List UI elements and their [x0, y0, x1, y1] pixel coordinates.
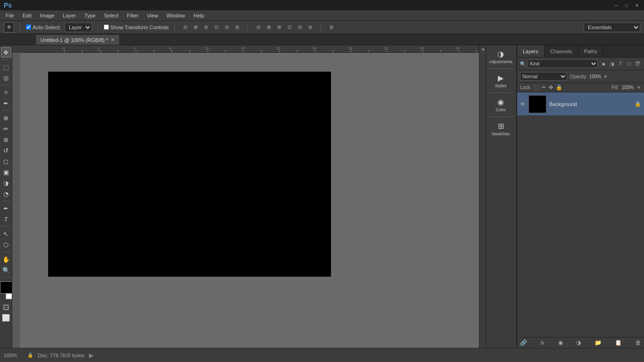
color-boxes[interactable]	[0, 281, 12, 299]
move-tool-btn[interactable]: ✥	[1, 47, 11, 58]
zoom-lock-icon: 🔒	[27, 353, 33, 358]
doc-tab-close[interactable]: ✕	[111, 37, 115, 42]
lock-all-icon[interactable]: 🔒	[556, 84, 562, 90]
layer-delete-icon[interactable]: 🗑	[636, 339, 641, 346]
menu-layer[interactable]: Layer	[59, 12, 80, 19]
canvas[interactable]	[48, 72, 331, 277]
color-panel-btn[interactable]: ◉ Color	[487, 95, 514, 114]
styles-panel-btn[interactable]: ▶ Styles	[487, 71, 514, 90]
pen-btn[interactable]: ✒	[1, 203, 11, 214]
layer-link-icon[interactable]: 🔗	[520, 339, 527, 346]
quick-mask-icon[interactable]: ⊡	[3, 303, 9, 312]
menu-select[interactable]: Select	[100, 12, 123, 19]
type-btn[interactable]: T	[1, 214, 11, 224]
rectangular-marquee-btn[interactable]: ⬚	[1, 62, 11, 72]
filter-smart-icon[interactable]: 🎬	[634, 60, 641, 67]
opacity-dropdown-icon[interactable]: ▼	[603, 74, 608, 79]
tab-paths[interactable]: Paths	[578, 45, 603, 57]
status-arrow-icon[interactable]: ▶	[89, 352, 93, 359]
gradient-btn[interactable]: ▣	[1, 167, 11, 177]
layer-new-icon[interactable]: 📋	[615, 339, 622, 346]
menu-filter[interactable]: Filter	[123, 12, 142, 19]
lock-position-icon[interactable]: ✥	[549, 84, 553, 90]
menu-image[interactable]: Image	[36, 12, 58, 19]
dist-left-icon[interactable]: ⊟	[254, 23, 263, 32]
layer-mask-icon[interactable]: ◉	[558, 339, 563, 346]
auto-select-type-select[interactable]: Layer	[65, 23, 92, 32]
hand-btn[interactable]: ✋	[1, 254, 11, 264]
move-tool-options[interactable]: ✥	[4, 22, 14, 33]
filter-pixel-icon[interactable]: ■	[600, 60, 607, 67]
arrange-icon[interactable]: ⊞	[327, 23, 336, 32]
doc-size-label: Doc: 778.7K/0 bytes	[38, 353, 84, 358]
dist-top-icon[interactable]: ⊡	[285, 23, 294, 32]
ruler-horizontal: -404812162024283236404448525660	[20, 45, 479, 53]
doc-tab[interactable]: Untitled-1 @ 100% (RGB/8) * ✕	[35, 34, 120, 45]
main-layout: ✥ ⬚ ◎ ⌗ ✒ ⊕ ✏ ⊛ ↺ ◻ ▣ ◑ ◔ ✒ T ↖ ⬡ ✋ 🔍 ⊡ …	[0, 45, 644, 348]
adjustments-panel-btn[interactable]: ◑ Adjustments	[487, 47, 514, 66]
restore-button[interactable]: □	[623, 2, 630, 8]
tab-channels[interactable]: Channels	[545, 45, 578, 57]
kind-select[interactable]: Kind	[528, 59, 598, 68]
close-button[interactable]: ✕	[634, 2, 640, 8]
filter-type-icon[interactable]: T	[617, 60, 624, 67]
dodge-btn[interactable]: ◔	[1, 189, 11, 199]
menu-edit[interactable]: Edit	[19, 12, 35, 19]
blend-mode-select[interactable]: Normal	[520, 72, 567, 81]
menu-window[interactable]: Window	[163, 12, 189, 19]
crop-btn[interactable]: ⌗	[1, 87, 11, 98]
align-bottom-icon[interactable]: ⊞	[232, 23, 242, 32]
zoom-btn[interactable]: 🔍	[1, 265, 11, 275]
lock-row: Lock: ⬚ ✏ ✥ 🔒 Fill: 100% ▼	[517, 83, 644, 92]
tab-layers[interactable]: Layers	[517, 45, 545, 57]
brush-btn[interactable]: ✏	[1, 123, 11, 134]
path-select-btn[interactable]: ↖	[1, 229, 11, 239]
lock-image-icon[interactable]: ✏	[542, 84, 546, 90]
divider5	[321, 23, 321, 32]
lock-transparent-icon[interactable]: ⬚	[534, 84, 539, 90]
lasso-btn[interactable]: ◎	[1, 73, 11, 83]
dist-middle-icon[interactable]: ⊟	[295, 23, 305, 32]
swatches-panel-btn[interactable]: ⊞ Swatches	[487, 119, 514, 138]
screen-mode-icon[interactable]: ⬜	[2, 314, 10, 321]
fill-label: Fill:	[611, 85, 619, 90]
layer-fx-icon[interactable]: fx	[541, 340, 545, 346]
align-center-icon[interactable]: ⊠	[191, 23, 200, 32]
clone-btn[interactable]: ⊛	[1, 134, 11, 145]
tool-sep-4	[1, 201, 11, 201]
layer-item-background[interactable]: 👁 Background 🔒	[517, 92, 644, 116]
align-right-icon[interactable]: ⊞	[201, 23, 211, 32]
layer-adjustment-icon[interactable]: ◑	[576, 339, 581, 346]
blur-btn[interactable]: ◑	[1, 178, 11, 188]
filter-adj-icon[interactable]: ◑	[608, 60, 616, 67]
filter-shape-icon[interactable]: ⬡	[625, 60, 633, 67]
align-top-icon[interactable]: ⊡	[212, 23, 221, 32]
dist-right-icon[interactable]: ⊞	[274, 23, 284, 32]
auto-select-checkbox[interactable]: Auto-Select:	[26, 25, 61, 30]
show-transform-checkbox[interactable]: Show Transform Controls	[104, 25, 169, 30]
menu-type[interactable]: Type	[81, 12, 99, 19]
align-left-icon[interactable]: ⊟	[181, 23, 190, 32]
history-btn[interactable]: ↺	[1, 145, 11, 156]
menu-view[interactable]: View	[143, 12, 162, 19]
swatches-icon: ⊞	[498, 122, 504, 131]
minimize-button[interactable]: ─	[613, 2, 619, 8]
window-controls[interactable]: ─ □ ✕	[613, 2, 640, 8]
panel-sep-1	[488, 68, 514, 69]
menu-file[interactable]: File	[2, 12, 18, 19]
workspace-select[interactable]: Essentials	[584, 23, 640, 32]
heal-btn[interactable]: ⊕	[1, 113, 11, 123]
eyedropper-btn[interactable]: ✒	[1, 98, 11, 108]
layer-visibility-icon[interactable]: 👁	[520, 101, 526, 107]
foreground-color-box[interactable]	[0, 281, 12, 294]
dist-bottom-icon[interactable]: ⊞	[305, 23, 315, 32]
eraser-btn[interactable]: ◻	[1, 156, 11, 166]
collapse-icon[interactable]: ◀	[481, 47, 484, 51]
menu-help[interactable]: Help	[190, 12, 208, 19]
tool-sep-7	[1, 277, 11, 278]
fill-dropdown-icon[interactable]: ▼	[636, 85, 641, 90]
align-middle-icon[interactable]: ⊟	[222, 23, 231, 32]
shape-btn[interactable]: ⬡	[1, 239, 11, 250]
dist-center-icon[interactable]: ⊠	[264, 23, 273, 32]
layer-group-icon[interactable]: 📁	[594, 339, 602, 346]
